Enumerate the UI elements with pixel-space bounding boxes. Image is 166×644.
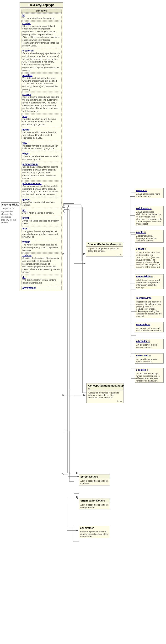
prop-sameas-box: ▸ sameAs ⊞ An identifier of a concept wi… [135, 322, 164, 332]
organisation-details-box: organisationDetails A set of properties … [79, 498, 110, 510]
main-to-bottom-connectors: 1 [63, 205, 82, 535]
person-details-box: personDetails A set of properties specif… [79, 474, 110, 486]
hierarchyinfo-prop-desc: Represents the position of a concept in … [135, 300, 163, 318]
svg-marker-49 [83, 253, 86, 254]
narrower-prop-desc: An identifier of a more specific concept… [135, 358, 163, 363]
attributes-section: attributes [21, 8, 62, 13]
any-other-box: any ##other Extension point for provider… [79, 526, 110, 538]
left-label-copyright: copyrightHolder The person or organisati… [1, 202, 19, 224]
remoteinfo-prop-desc: A link to an item or a web resource whic… [135, 278, 163, 289]
main-box: FlexPartyPropType attributes id The loca… [20, 2, 63, 291]
prop-remoteinfo-box: ▸ remoteInfo ⊞ A link to an item or a we… [135, 274, 164, 289]
prop-xmllang: xmllang Specifies the language of this p… [21, 254, 62, 274]
prop-note-box: ▸ note ⊞ Additional natural language inf… [135, 230, 164, 242]
definition-prop-title: ▸ definition ⊞ [135, 206, 163, 210]
remoteinfo-prop-title: ▸ remoteInfo ⊞ [135, 274, 163, 278]
prop-pubconstraint: pubconstraint One or many constraints th… [21, 162, 62, 180]
facet-prop-desc: In hxIt 1.8 and later, facet is deprecat… [135, 251, 163, 269]
prop-definition-box: ▸ definition ⊞ A natural language defini… [135, 206, 164, 226]
narrower-prop-title: ▸ narrower ⊞ [135, 354, 163, 358]
any-other-title: any ##other [79, 526, 110, 530]
note-prop-title: ▸ note ⊞ [135, 230, 163, 234]
prop-whyuri: whyuri Why the metadata has been include… [21, 152, 62, 162]
sameas-prop-title: ▸ sameAs ⊞ [135, 322, 163, 326]
diagram-container: FlexPartyPropType attributes id The loca… [0, 0, 166, 644]
prop-id: id The local identifier of the property. [21, 14, 62, 20]
prop-hierarchyinfo-box: hierarchyInfo Represents the position of… [135, 296, 164, 318]
prop-any-other-attr: any ##other [21, 286, 62, 290]
svg-text:1: 1 [68, 205, 69, 207]
prop-why: why Indicates why the metadata has been … [21, 141, 62, 151]
main-box-title: FlexPartyPropType [20, 3, 63, 8]
prop-qcode: qcode A qualified code which identifies … [21, 198, 62, 208]
concept-rel-group-desc: A group of properties required to indica… [87, 391, 123, 400]
concept-relationships-group-title: ConceptRelationshipsGroup ⊞ [87, 384, 123, 391]
sameas-prop-desc: An identifier of a concept with equivale… [135, 326, 163, 332]
prop-howuri: howuri Indicates by which means the valu… [21, 128, 62, 140]
person-details-title: personDetails [79, 474, 110, 479]
prop-how: how Indicates by which means the value w… [21, 114, 62, 127]
prop-dir: dir The directionality of textual conten… [21, 275, 62, 285]
name-prop-title: ▸ name ⊞ [135, 188, 163, 192]
note-prop-desc: Additional natural language information … [135, 234, 163, 242]
svg-marker-80 [76, 496, 78, 498]
hierarchyinfo-prop-title: hierarchyInfo [135, 296, 163, 300]
person-details-desc: A set of properties specific to a person [79, 479, 110, 485]
definition-prop-desc: A natural language definition of the sem… [135, 210, 163, 226]
prop-custom: custom If set to true the property was a… [21, 92, 62, 113]
prop-uri: uri A URI which identifies a concept. [21, 208, 62, 215]
copyright-holder-label: copyrightHolder [1, 202, 19, 207]
related-prop-desc: An associated concept, where the relatio… [135, 372, 163, 382]
concept-definition-group-title: ConceptDefinitionGroup ⊞ [86, 242, 123, 247]
organisation-details-desc: A set of properties specific to an organ… [79, 503, 110, 509]
prop-pubconstrainturi: pubconstrainturi One or many constraints… [21, 181, 62, 197]
cdgroup-to-right-props [124, 187, 137, 386]
prop-literal: literal A free-text value assigned as pr… [21, 216, 62, 226]
prop-creator: creator If the property value is not def… [21, 21, 62, 48]
svg-marker-79 [76, 472, 78, 474]
organisation-details-title: organisationDetails [79, 498, 110, 503]
facet-prop-title: ▸ facet ⊞ [135, 247, 163, 251]
svg-marker-64 [83, 394, 86, 396]
any-other-desc: Extension point for provider-defined pro… [79, 530, 110, 538]
concept-definition-group-desc: A group of properties required to define… [86, 247, 123, 253]
prop-narrower-box: ▸ narrower ⊞ An identifier of a more spe… [135, 353, 164, 364]
prop-broader-box: ▸ broader ⊞ An identifier of a more gene… [135, 339, 164, 349]
svg-marker-81 [76, 530, 78, 531]
concept-relationships-group-box: ConceptRelationshipsGroup ⊞ A group of p… [86, 383, 123, 403]
broader-prop-title: ▸ broader ⊞ [135, 339, 163, 343]
svg-marker-46 [18, 203, 20, 206]
concept-def-multiplicity: 0...∞ [86, 253, 123, 256]
prop-creatoruri: creatoruri If the attribute is empty, sp… [21, 48, 62, 72]
prop-facet-box: ▸ facet ⊞ In hxIt 1.8 and later, facet i… [135, 247, 164, 269]
broader-prop-desc: An identifier of a more generic concept. [135, 343, 163, 349]
prop-related-box: ▸ related ⊞ An associated concept, where… [135, 368, 164, 383]
prop-type: type The type of the concept assigned as… [21, 226, 62, 239]
copyright-holder-desc: The person or organisation claiming the … [1, 208, 19, 224]
prop-typeuri: typeuri The type of the concept assigned… [21, 240, 62, 253]
attributes-label: attributes [36, 9, 47, 12]
prop-modified: modified The date (and, optionally, the … [21, 73, 62, 92]
prop-name-box: ▸ name ⊞ A natural language name for the… [135, 188, 164, 198]
diamond-connector-left [17, 203, 21, 207]
concept-definition-group-box: ConceptDefinitionGroup ⊞ A group of prop… [86, 242, 123, 256]
name-prop-desc: A natural language name for the concept. [135, 192, 163, 198]
concept-rel-multiplicity: 0...∞ [87, 400, 123, 403]
properties-list: id The local identifier of the property.… [20, 14, 63, 290]
related-prop-title: ▸ related ⊞ [135, 368, 163, 372]
